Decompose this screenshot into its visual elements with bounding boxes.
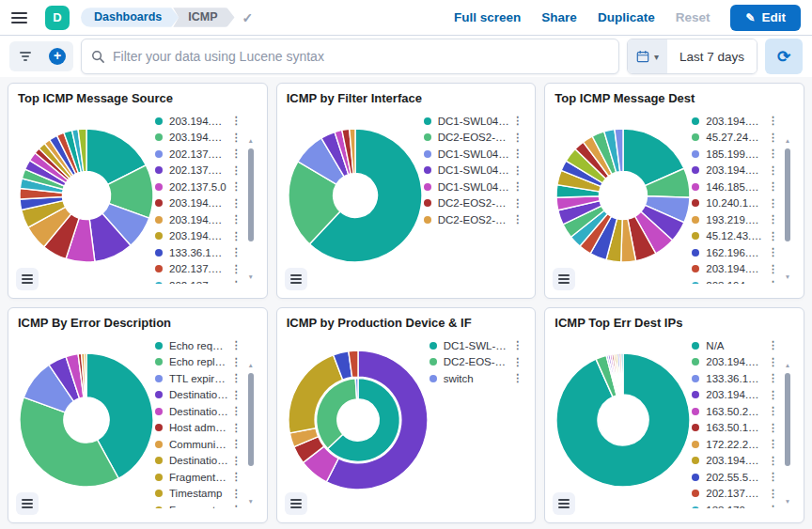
legend-label[interactable]: DC2-EOS2-LABFD-32	[438, 197, 510, 209]
donut-chart[interactable]	[18, 107, 155, 284]
legend-label[interactable]: 172.22.22.15	[706, 439, 765, 450]
refresh-button[interactable]: ⟳	[765, 39, 803, 74]
legend-label[interactable]: N/A	[706, 340, 765, 351]
legend-options-icon[interactable]: ⋮	[228, 439, 244, 449]
legend-label[interactable]: 203.194.159.74	[169, 116, 228, 127]
donut-chart[interactable]	[554, 107, 692, 284]
legend-label[interactable]: 45.12.43.250	[706, 230, 765, 241]
legend-label[interactable]: Destination port unreac...	[169, 406, 228, 417]
legend-label[interactable]: Host administratively pr...	[169, 422, 228, 433]
legend-options-icon[interactable]: ⋮	[228, 505, 244, 508]
legend-options-icon[interactable]: ⋮	[228, 340, 244, 350]
legend-options-icon[interactable]: ⋮	[765, 489, 781, 499]
legend-options-icon[interactable]: ⋮	[765, 390, 781, 400]
legend-options-icon[interactable]: ⋮	[765, 165, 781, 176]
legend-options-icon[interactable]: ⋮	[765, 373, 781, 383]
legend-label[interactable]: 202.137.21.159	[169, 280, 228, 284]
scrollbar-thumb[interactable]	[248, 373, 254, 466]
legend-label[interactable]: 203.194.151.174	[706, 356, 765, 367]
legend-scrollbar[interactable]: ▲▼	[783, 145, 792, 274]
legend-label[interactable]: 203.194.148.48	[706, 164, 765, 176]
legend-label[interactable]: Fragmentation required,...	[169, 472, 228, 483]
calendar-dropdown-button[interactable]: ▾	[628, 39, 667, 73]
legend-options-icon[interactable]: ⋮	[765, 439, 781, 449]
legend-options-icon[interactable]: ⋮	[228, 456, 244, 466]
legend-label[interactable]: 133.170.99.30	[706, 505, 765, 508]
pie-svg[interactable]	[18, 127, 155, 264]
legend-options-icon[interactable]: ⋮	[228, 165, 244, 176]
legend-options-icon[interactable]: ⋮	[765, 472, 781, 482]
legend-options-icon[interactable]: ⋮	[509, 132, 525, 143]
share-button[interactable]: Share	[541, 10, 577, 24]
legend-label[interactable]: DC1-SWL-LEAF04	[444, 340, 510, 351]
legend-options-icon[interactable]: ⋮	[228, 357, 244, 367]
legend-label[interactable]: 203.194.152.60	[706, 263, 765, 274]
legend-options-icon[interactable]: ⋮	[765, 132, 781, 143]
legend-label[interactable]: 185.199.24.85	[706, 148, 765, 160]
legend-options-icon[interactable]: ⋮	[765, 406, 781, 416]
legend-options-icon[interactable]: ⋮	[228, 231, 244, 241]
legend-label[interactable]: 193.219.36.20	[706, 214, 765, 226]
legend-options-icon[interactable]: ⋮	[228, 423, 244, 433]
legend-options-icon[interactable]: ⋮	[765, 247, 781, 257]
scroll-down-icon[interactable]: ▼	[783, 498, 792, 505]
legend-options-icon[interactable]: ⋮	[228, 406, 244, 416]
menu-icon[interactable]	[11, 7, 34, 29]
legend-options-icon[interactable]: ⋮	[228, 214, 244, 225]
legend-label[interactable]: Echo request (used to pi...	[169, 340, 228, 351]
legend-toggle-button[interactable]	[16, 268, 39, 290]
legend-toggle-button[interactable]	[285, 268, 307, 290]
legend-options-icon[interactable]: ⋮	[228, 489, 244, 499]
legend-label[interactable]: switch	[444, 373, 510, 384]
scroll-up-icon[interactable]: ▲	[783, 137, 792, 144]
legend-label[interactable]: 202.137.21.188	[706, 488, 765, 499]
legend-label[interactable]: 202.137.55.248	[169, 148, 228, 160]
legend-options-icon[interactable]: ⋮	[765, 181, 781, 192]
legend-label[interactable]: DC2-EOS2-LABFD-31	[438, 132, 510, 143]
legend-label[interactable]: TTL expired in transit	[169, 373, 228, 384]
duplicate-button[interactable]: Duplicate	[598, 10, 655, 24]
scrollbar-thumb[interactable]	[785, 148, 790, 241]
legend-options-icon[interactable]: ⋮	[765, 280, 781, 284]
legend-options-icon[interactable]: ⋮	[228, 373, 244, 383]
legend-options-icon[interactable]: ⋮	[509, 165, 525, 176]
legend-options-icon[interactable]: ⋮	[228, 390, 244, 400]
legend-toggle-button[interactable]	[553, 492, 575, 515]
pie-svg[interactable]	[18, 351, 155, 489]
legend-options-icon[interactable]: ⋮	[765, 116, 781, 126]
legend-options-icon[interactable]: ⋮	[765, 357, 781, 367]
sunburst-chart[interactable]	[287, 332, 429, 508]
legend-label[interactable]: DC2-EOS-LEAF02	[444, 356, 510, 367]
pie-svg[interactable]	[287, 127, 424, 264]
legend-label[interactable]: 202.137.5.0	[169, 181, 228, 193]
donut-chart[interactable]	[287, 107, 424, 284]
legend-label[interactable]: 203.194.156.254	[169, 197, 228, 209]
legend-label[interactable]: DC1-SWL04-LABFD-2	[438, 164, 510, 176]
legend-options-icon[interactable]: ⋮	[765, 198, 781, 209]
legend-label[interactable]: 202.137.21.157	[169, 263, 228, 274]
legend-label[interactable]: 133.36.190.121	[169, 247, 228, 258]
legend-options-icon[interactable]: ⋮	[228, 132, 244, 143]
legend-options-icon[interactable]: ⋮	[765, 214, 781, 225]
legend-options-icon[interactable]: ⋮	[228, 264, 244, 274]
legend-label[interactable]: 202.55.53.249	[706, 472, 765, 483]
edit-button[interactable]: ✎ Edit	[730, 5, 801, 31]
legend-options-icon[interactable]: ⋮	[765, 505, 781, 508]
scroll-up-icon[interactable]: ▲	[783, 362, 792, 368]
legend-label[interactable]: 146.185.14.102	[706, 181, 765, 193]
legend-label[interactable]: 133.36.190.121	[706, 373, 765, 384]
legend-label[interactable]: DC1-SWL04-LABFD-4	[438, 148, 510, 160]
legend-options-icon[interactable]: ⋮	[509, 148, 525, 159]
legend-label[interactable]: DC1-SWL04-LABFD-3	[438, 181, 510, 193]
legend-label[interactable]: 203.194.153.79	[169, 214, 228, 226]
legend-options-icon[interactable]: ⋮	[509, 357, 525, 367]
legend-scrollbar[interactable]: ▲▼	[246, 145, 256, 274]
search-box[interactable]	[81, 39, 619, 74]
sunburst-svg[interactable]	[287, 349, 429, 491]
legend-label[interactable]: Destination network unr...	[169, 455, 228, 466]
legend-scrollbar[interactable]: ▲▼	[783, 369, 792, 499]
legend-label[interactable]: 45.27.243.190	[706, 132, 765, 143]
legend-options-icon[interactable]: ⋮	[509, 181, 525, 192]
full-screen-button[interactable]: Full screen	[454, 10, 521, 24]
legend-options-icon[interactable]: ⋮	[765, 148, 781, 159]
